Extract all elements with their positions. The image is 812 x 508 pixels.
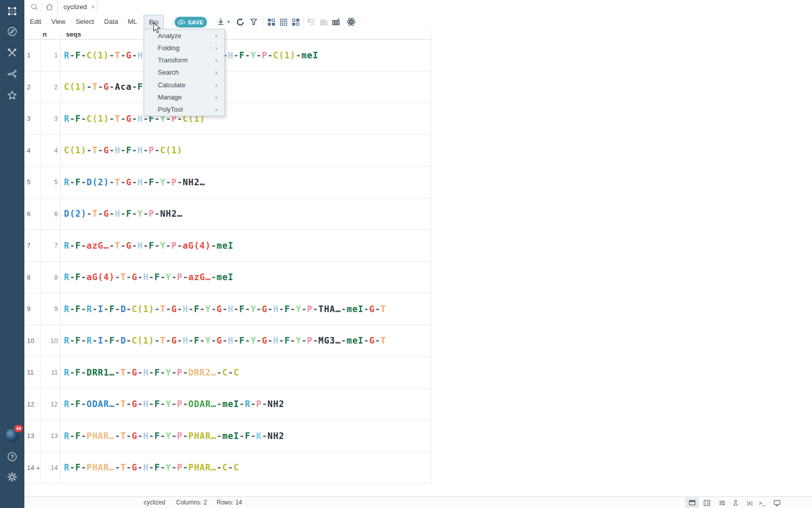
- menu-item-analyze[interactable]: Analyze›: [144, 29, 224, 42]
- row-number-cell[interactable]: 5: [24, 166, 41, 198]
- cell-sequence[interactable]: R-F-azG…- T-G-H-F-Y-P-aG(4)- meI: [61, 230, 431, 262]
- browse-compass-icon[interactable]: [0, 24, 24, 39]
- user-view-icon[interactable]: [731, 498, 740, 507]
- table-row[interactable]: 33R-F-C(1)- T-G-H-F-Y-P-C(1): [24, 103, 812, 135]
- cell-sequence[interactable]: R-F-DRR1…- T-G-H-F-Y-P-DRR2…- C-C: [61, 357, 431, 389]
- download-icon[interactable]: [216, 17, 226, 27]
- row-number-cell[interactable]: 4: [24, 135, 41, 167]
- table-row[interactable]: 66D(2)- T-G-H-F-Y-P-NH2…: [24, 198, 812, 230]
- row-number-cell[interactable]: 7: [24, 230, 41, 262]
- menu-item-manage[interactable]: Manage›: [144, 91, 224, 103]
- table-row[interactable]: 55R-F-D(2)- T-G-H-F-Y-P-NH2…: [24, 166, 812, 198]
- sliders-icon[interactable]: [717, 498, 727, 507]
- cell-n-value[interactable]: 7: [41, 230, 61, 262]
- user-avatar[interactable]: 34: [5, 428, 19, 442]
- row-number-cell[interactable]: 2: [24, 72, 41, 104]
- cell-n-value[interactable]: 6: [41, 198, 61, 230]
- tools-icon[interactable]: [0, 46, 24, 60]
- table-row[interactable]: 1313R-F-PHAR…- T-G-H-F-Y-P-PHAR…- meI- F…: [24, 420, 812, 452]
- cell-sequence[interactable]: R-F-aG(4)- T-G-H-F-Y-P-azG…- meI: [61, 262, 431, 294]
- row-number-cell[interactable]: 3: [24, 103, 41, 135]
- cell-n-value[interactable]: 9: [41, 293, 61, 325]
- cell-n-value[interactable]: 11: [41, 357, 61, 389]
- menu-item-polytool[interactable]: PolyTool›: [144, 104, 224, 116]
- row-number-cell[interactable]: 12: [24, 389, 41, 421]
- cell-n-value[interactable]: 14: [41, 452, 61, 484]
- menu-bio[interactable]: Bio: [144, 15, 164, 30]
- row-number-cell[interactable]: 10: [24, 325, 41, 357]
- row-number-cell[interactable]: 11: [24, 357, 41, 389]
- table-row[interactable]: 88R-F-aG(4)- T-G-H-F-Y-P-azG…- meI: [24, 262, 812, 294]
- row-number-cell[interactable]: 8: [24, 262, 41, 294]
- download-caret-icon[interactable]: ▾: [227, 17, 230, 27]
- cell-sequence[interactable]: R-F-C(1)- T-G-H-F-Y-G-H-F-Y-G-H-F-Y-P-C(…: [61, 40, 431, 72]
- favorites-star-icon[interactable]: [0, 88, 24, 103]
- cell-n-value[interactable]: 5: [41, 166, 61, 198]
- cell-n-value[interactable]: 10: [41, 325, 61, 357]
- column-header-seqs[interactable]: seqs: [61, 30, 431, 40]
- settings-gear-icon[interactable]: [0, 470, 24, 484]
- app-logo-icon[interactable]: [0, 4, 24, 18]
- cell-sequence[interactable]: R-F-R-I-F-D-C(1)- T-G-H-F-Y-G-H-F-Y-G-H-…: [61, 325, 431, 357]
- cell-n-value[interactable]: 3: [41, 103, 61, 135]
- menu-ml[interactable]: ML: [127, 13, 138, 30]
- layout-grid-3-icon[interactable]: [290, 17, 300, 27]
- grid-view-icon[interactable]: [687, 498, 697, 507]
- cell-n-value[interactable]: 1: [41, 40, 61, 72]
- form-view-icon[interactable]: [702, 498, 712, 507]
- network-icon[interactable]: [0, 67, 24, 81]
- menu-item-search[interactable]: Search›: [144, 66, 224, 79]
- row-number-cell[interactable]: 14+: [24, 452, 41, 484]
- filter-icon[interactable]: [249, 17, 259, 27]
- table-row[interactable]: 22C(1)- T-G-Aca- F: [24, 72, 812, 104]
- cell-n-value[interactable]: 4: [41, 135, 61, 167]
- menu-select[interactable]: Select: [75, 13, 95, 30]
- row-number-cell[interactable]: 6: [24, 198, 41, 230]
- table-row[interactable]: 77R-F-azG…- T-G-H-F-Y-P-aG(4)- meI: [24, 230, 812, 262]
- row-number-header[interactable]: [24, 30, 41, 40]
- console-icon[interactable]: >_: [757, 498, 767, 507]
- menu-edit[interactable]: Edit: [29, 13, 42, 30]
- add-row-icon[interactable]: +: [36, 463, 40, 472]
- table-row[interactable]: 1010R-F-R-I-F-D-C(1)- T-G-H-F-Y-G-H-F-Y-…: [24, 325, 812, 357]
- presentation-icon[interactable]: [772, 498, 782, 507]
- cell-sequence[interactable]: R-F-R-I-F-D-C(1)- T-G-H-F-Y-G-H-F-Y-G-H-…: [61, 293, 431, 325]
- table-row[interactable]: 99R-F-R-I-F-D-C(1)- T-G-H-F-Y-G-H-F-Y-G-…: [24, 293, 812, 325]
- column-header-n[interactable]: n: [41, 30, 61, 40]
- save-button[interactable]: SAVE: [175, 17, 207, 27]
- menu-item-folding[interactable]: Folding›: [144, 42, 224, 54]
- tab-close-icon[interactable]: ×: [91, 3, 95, 11]
- help-icon[interactable]: ?: [0, 450, 24, 464]
- table-row[interactable]: 1111R-F-DRR1…- T-G-H-F-Y-P-DRR2…- C-C: [24, 357, 812, 389]
- cell-sequence[interactable]: R-F-PHAR…- T-G-H-F-Y-P-PHAR…- C-C: [61, 452, 431, 484]
- menu-data[interactable]: Data: [103, 13, 119, 30]
- row-number-cell[interactable]: 1: [24, 40, 41, 72]
- ai-atom-icon[interactable]: [346, 17, 356, 27]
- table-row[interactable]: 1212R-F-ODAR…- T-G-H-F-Y-P-ODAR…- meI- R…: [24, 389, 812, 421]
- cell-sequence[interactable]: C(1)- T-G-H-F-H-P-C(1): [61, 135, 431, 167]
- columns-dark-icon[interactable]: [331, 17, 341, 27]
- cell-sequence[interactable]: R-F-PHAR…- T-G-H-F-Y-P-PHAR…- meI- F-K-N…: [61, 420, 431, 452]
- menu-item-calculate[interactable]: Calculate›: [144, 79, 224, 91]
- histogram-gray-icon[interactable]: [319, 17, 329, 27]
- cell-n-value[interactable]: 8: [41, 262, 61, 294]
- table-row[interactable]: 44C(1)- T-G-H-F-H-P-C(1): [24, 135, 812, 167]
- tree-list-icon[interactable]: [307, 17, 317, 27]
- search-icon[interactable]: [28, 2, 40, 12]
- cell-sequence[interactable]: R-F-D(2)- T-G-H-F-Y-P-NH2…: [61, 166, 431, 198]
- variables-icon[interactable]: |x|: [745, 498, 755, 507]
- layout-grid-2-icon[interactable]: [278, 17, 288, 27]
- cell-sequence[interactable]: D(2)- T-G-H-F-Y-P-NH2…: [61, 198, 431, 230]
- row-number-cell[interactable]: 9: [24, 293, 41, 325]
- menu-item-transform[interactable]: Transform›: [144, 54, 224, 66]
- row-number-cell[interactable]: 13: [24, 420, 41, 452]
- cell-n-value[interactable]: 12: [41, 389, 61, 421]
- home-icon[interactable]: [44, 2, 55, 12]
- table-row[interactable]: 11R-F-C(1)- T-G-H-F-Y-G-H-F-Y-G-H-F-Y-P-…: [24, 40, 812, 72]
- cell-n-value[interactable]: 13: [41, 420, 61, 452]
- refresh-icon[interactable]: [235, 17, 245, 27]
- cell-sequence[interactable]: C(1)- T-G-Aca- F: [61, 72, 431, 104]
- cell-n-value[interactable]: 2: [41, 72, 61, 104]
- cell-sequence[interactable]: R-F-ODAR…- T-G-H-F-Y-P-ODAR…- meI- R-P-N…: [61, 389, 431, 421]
- menu-view[interactable]: View: [50, 13, 66, 30]
